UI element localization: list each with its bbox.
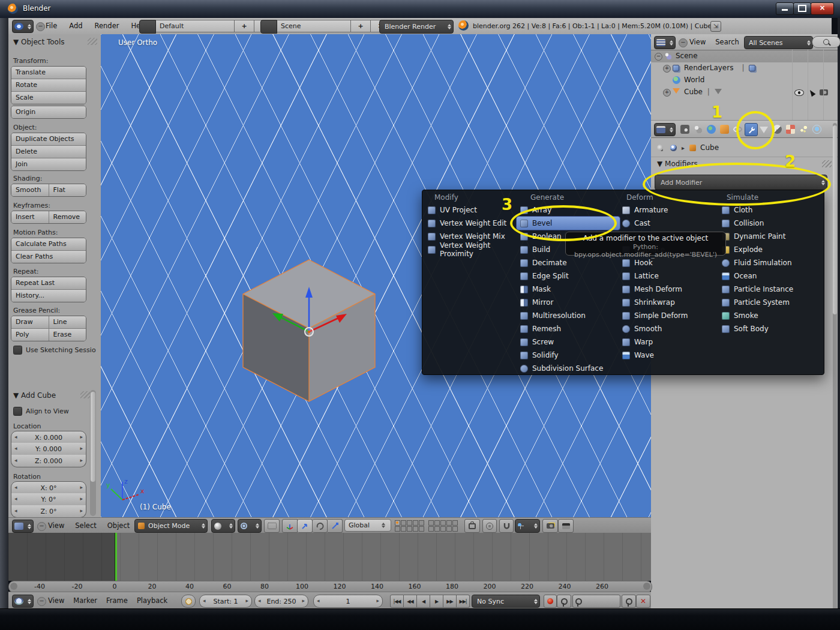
previous-keyframe-button[interactable]: ◀◀ (404, 595, 417, 608)
collapse-menus-icon[interactable]: − (36, 22, 45, 31)
expander-expand-icon[interactable]: + (663, 89, 671, 97)
history-button[interactable]: History... (11, 290, 86, 302)
eye-icon[interactable] (794, 89, 804, 96)
wave-menu-item[interactable]: Wave (619, 349, 716, 362)
delete-keyframe-button[interactable]: ✕ (636, 595, 650, 608)
add-scene-button[interactable]: + (351, 20, 371, 32)
cube-object[interactable] (240, 257, 378, 404)
screw-menu-item[interactable]: Screw (517, 335, 620, 349)
auto-keyframe-button[interactable] (544, 595, 557, 608)
add-cube-panel-header[interactable]: ▼ Add Cube (13, 391, 56, 400)
layer-toggle[interactable] (446, 520, 452, 526)
simple-deform-menu-item[interactable]: Simple Deform (619, 309, 716, 322)
collapse-menus-icon[interactable]: − (37, 522, 46, 531)
timeline-ruler[interactable]: -40-200204060801001201401601802002202402… (8, 581, 652, 593)
use-sketching-session-checkbox[interactable] (13, 346, 22, 355)
join-button[interactable]: Join (11, 158, 86, 170)
draw-button[interactable]: Draw (11, 316, 49, 328)
close-button[interactable]: × (811, 2, 834, 15)
viewport-menu-view[interactable]: View (48, 518, 64, 533)
collapse-menus-icon[interactable]: − (37, 597, 46, 606)
collapse-menus-icon[interactable]: − (679, 38, 688, 47)
object-tools-panel-header[interactable]: ▼ Object Tools (13, 38, 65, 46)
keying-mode-button[interactable] (557, 595, 571, 608)
mode-dropdown[interactable]: Object Mode (134, 519, 208, 533)
decrement-icon[interactable]: ◂ (14, 457, 17, 463)
ocean-menu-item[interactable]: Ocean (718, 269, 821, 283)
play-reverse-button[interactable]: ◀ (417, 595, 430, 608)
play-button[interactable]: ▶ (430, 595, 443, 608)
camera-icon[interactable] (820, 89, 828, 95)
location-x-field[interactable]: ◂X: 0.000▸ (11, 431, 86, 444)
layer-toggle[interactable] (395, 520, 400, 526)
pin-icon[interactable] (657, 145, 663, 151)
uv-project-menu-item[interactable]: UV Project (424, 203, 514, 217)
increment-icon[interactable]: ▸ (80, 508, 83, 514)
ruler-left-cap[interactable] (10, 583, 17, 590)
add-layout-button[interactable]: + (235, 20, 254, 32)
layer-toggle[interactable] (434, 520, 440, 526)
tool-shelf-scrollbar[interactable] (90, 390, 96, 516)
expander-expand-icon[interactable]: + (663, 65, 671, 73)
rotation-y-field[interactable]: ◂Y: 0°▸ (11, 493, 86, 506)
decrement-icon[interactable]: ◂ (203, 598, 206, 604)
layer-toggle[interactable] (413, 520, 418, 526)
tab-render[interactable] (679, 123, 691, 135)
scene-icon-button[interactable] (260, 20, 277, 34)
particle-instance-menu-item[interactable]: Particle Instance (718, 283, 821, 296)
smooth-menu-item[interactable]: Smooth (619, 322, 716, 335)
mirror-menu-item[interactable]: Mirror (517, 296, 620, 309)
vertex-weight-edit-menu-item[interactable]: Vertex Weight Edit (424, 217, 514, 230)
tab-scene[interactable] (692, 123, 704, 135)
explode-menu-item[interactable]: Explode (718, 243, 821, 256)
decrement-icon[interactable]: ◂ (14, 434, 17, 440)
increment-icon[interactable]: ▸ (80, 434, 83, 440)
location-y-field[interactable]: ◂Y: 0.000▸ (11, 443, 86, 455)
outliner-row-cube[interactable]: +Cube| (651, 86, 838, 98)
layer-toggle[interactable] (440, 520, 446, 526)
lattice-menu-item[interactable]: Lattice (619, 269, 716, 283)
frame-start-field[interactable]: ◂ Start: 1 ▸ (199, 595, 252, 608)
insert-keyframe-button[interactable] (622, 595, 636, 608)
tab-physics[interactable] (811, 123, 823, 135)
render-opengl-button[interactable] (542, 519, 558, 533)
layer-toggle[interactable] (428, 520, 434, 526)
outliner-row-world[interactable]: World (651, 74, 838, 86)
layer-toggle[interactable] (452, 526, 458, 532)
increment-icon[interactable]: ▸ (80, 445, 83, 451)
solidify-menu-item[interactable]: Solidify (517, 349, 620, 362)
armature-menu-item[interactable]: Armature (619, 203, 716, 217)
ruler-right-cap[interactable] (643, 583, 650, 590)
delete-button[interactable]: Delete (11, 146, 86, 158)
collision-menu-item[interactable]: Collision (718, 217, 821, 230)
layer-toggle[interactable] (428, 526, 434, 532)
tab-particles[interactable] (797, 123, 809, 135)
timeline-track-area[interactable] (8, 533, 651, 581)
snap-element-dropdown[interactable] (515, 519, 540, 533)
proportional-edit-button[interactable] (482, 519, 497, 533)
snap-toggle-button[interactable] (499, 519, 514, 533)
decrement-icon[interactable]: ◂ (14, 508, 17, 514)
decrement-icon[interactable]: ◂ (258, 598, 261, 604)
calculate-paths-button[interactable]: Calculate Paths (11, 238, 86, 250)
rotate-manipulator-button[interactable] (313, 519, 328, 533)
flat-button[interactable]: Flat (49, 184, 86, 196)
mask-menu-item[interactable]: Mask (517, 283, 620, 296)
location-z-field[interactable]: ◂Z: 0.000▸ (11, 455, 86, 467)
tool-shelf-scroll-thumb[interactable] (91, 392, 95, 482)
increment-icon[interactable]: ▸ (245, 598, 248, 604)
timeline-playhead[interactable] (115, 533, 117, 581)
cast-menu-item[interactable]: Cast (619, 217, 716, 230)
layer-toggle[interactable] (401, 526, 406, 532)
pivot-point-dropdown[interactable] (238, 519, 262, 533)
rotation-x-field[interactable]: ◂X: 0°▸ (11, 481, 86, 494)
outliner-filter-dropdown[interactable]: All Scenes (744, 36, 813, 49)
smoke-menu-item[interactable]: Smoke (718, 309, 821, 322)
dynamic-paint-menu-item[interactable]: Dynamic Paint (718, 230, 821, 243)
expander-collapse-icon[interactable]: − (655, 53, 662, 61)
increment-icon[interactable]: ▸ (80, 496, 83, 502)
timeline-menu-marker[interactable]: Marker (73, 593, 97, 608)
transform-orientation-dropdown[interactable]: Global (344, 519, 391, 532)
pivot-align-toggle[interactable] (264, 519, 280, 533)
screen-layout-name[interactable]: Default (156, 20, 235, 32)
